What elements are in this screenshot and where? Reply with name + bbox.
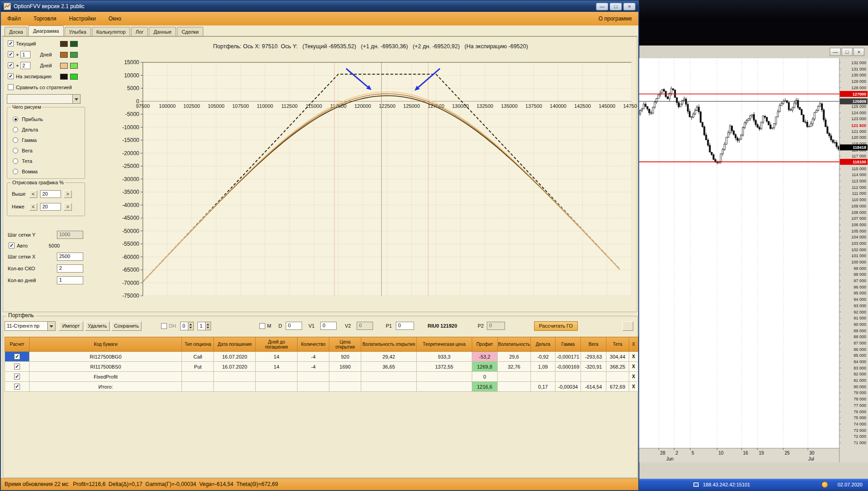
sko-input[interactable]: 2 (57, 264, 83, 273)
dh-spinner-2[interactable]: 1 (197, 322, 211, 330)
row-delete-button[interactable]: X (629, 362, 638, 372)
menu-item-file[interactable]: Файл (7, 15, 21, 22)
row-calc-checkbox[interactable] (14, 384, 20, 390)
v2-input[interactable]: 0 (357, 322, 373, 330)
d-input[interactable]: 0 (286, 322, 302, 330)
tab-Улыбка[interactable]: Улыбка (65, 27, 91, 36)
series-color-2[interactable] (70, 74, 78, 80)
radio-Прибыль[interactable] (13, 116, 18, 122)
network-tray-icon[interactable] (693, 482, 699, 487)
row-calc-checkbox[interactable] (14, 374, 20, 380)
menu-item-window[interactable]: Окно (109, 15, 121, 22)
column-header[interactable]: Профит (472, 337, 497, 352)
series-color-1[interactable] (60, 63, 68, 69)
compare-strategy-checkbox[interactable] (8, 84, 14, 90)
row-delete-button[interactable]: X (629, 382, 638, 392)
increase-button[interactable]: > (64, 203, 72, 211)
row-calc-checkbox[interactable] (14, 354, 20, 359)
grid-y-auto-checkbox[interactable] (9, 243, 15, 248)
grid-y-input[interactable]: 1000 (57, 231, 83, 239)
radio-Тета[interactable] (13, 158, 18, 164)
column-header[interactable]: Количество (298, 337, 329, 352)
p1-input[interactable]: 0 (396, 322, 414, 330)
menu-item-trading[interactable]: Торговля (34, 15, 56, 22)
increase-button[interactable]: > (64, 190, 72, 198)
strategy-select-arrow[interactable] (72, 95, 80, 103)
series-color-2[interactable] (70, 52, 78, 58)
series-color-1[interactable] (60, 41, 68, 47)
menu-item-about[interactable]: О программе (599, 15, 632, 22)
column-header[interactable]: Волатильность (497, 337, 530, 352)
chart-maximize-button[interactable]: □ (842, 48, 853, 56)
price-scale[interactable] (839, 58, 868, 462)
series-color-2[interactable] (70, 63, 78, 69)
p2-input[interactable]: 0 (487, 322, 505, 330)
candlestick-chart[interactable]: 132 000131 000130 000129 000128 000127 0… (639, 58, 868, 462)
strategy-select[interactable] (7, 94, 81, 104)
series-days-input[interactable]: 2 (20, 62, 30, 69)
row-delete-button[interactable]: X (629, 372, 638, 382)
series-checkbox[interactable] (8, 62, 14, 68)
days-count-input[interactable]: 1 (57, 276, 83, 284)
column-header[interactable]: Теоретическая цена (416, 337, 472, 352)
tray-date[interactable]: 02.07.2020 (838, 482, 863, 487)
radio-Вомма[interactable] (13, 169, 18, 174)
clock-tray-icon[interactable] (822, 481, 828, 488)
series-checkbox[interactable] (8, 40, 14, 46)
m-checkbox[interactable] (259, 323, 265, 329)
minimize-button[interactable]: — (596, 3, 608, 10)
column-header[interactable]: Код бумаги (29, 337, 182, 352)
column-header[interactable]: Дней до погашения (256, 337, 298, 352)
tab-Калькулятор[interactable]: Калькулятор (92, 27, 130, 36)
panel-mini-button[interactable] (622, 321, 633, 331)
tab-Доска[interactable]: Доска (5, 27, 27, 36)
column-header[interactable]: Тип опциона (182, 337, 214, 352)
series-checkbox[interactable] (8, 51, 14, 57)
maximize-button[interactable]: □ (610, 3, 622, 10)
delete-button[interactable]: Удалить (85, 321, 110, 331)
column-header[interactable]: Дельта (531, 337, 555, 352)
row-delete-button[interactable]: X (629, 352, 638, 362)
column-header[interactable]: Волатильность открытия (361, 337, 417, 352)
dh-spinner-1[interactable]: 0 (180, 322, 194, 330)
calc-margin-button[interactable]: Рассчитать ГО (534, 321, 578, 331)
decrease-button[interactable]: < (29, 203, 37, 211)
tab-Сделки[interactable]: Сделки (177, 27, 203, 36)
series-color-2[interactable] (70, 41, 78, 47)
radio-Гамма[interactable] (13, 137, 18, 143)
close-button[interactable]: × (623, 3, 636, 10)
column-header[interactable]: Тета (606, 337, 629, 352)
series-days-input[interactable]: 1 (20, 51, 30, 58)
render-percent-value[interactable]: 20 (40, 190, 61, 198)
import-button[interactable]: Импорт (59, 321, 83, 331)
payoff-chart[interactable]: -75000-70000-65000-60000-55000-50000-450… (110, 51, 637, 306)
column-header[interactable]: Дата погашения (214, 337, 256, 352)
column-header[interactable]: Вега (580, 337, 606, 352)
column-header[interactable]: Гамма (555, 337, 581, 352)
row-calc-checkbox[interactable] (14, 364, 20, 370)
title-bar[interactable]: OptionFVV версия 2.1 public — □ × (1, 1, 638, 12)
chart-minimize-button[interactable]: — (830, 48, 841, 56)
render-percent-value[interactable]: 20 (40, 203, 61, 211)
column-header[interactable]: X (629, 337, 638, 352)
tab-Данные[interactable]: Данные (149, 27, 176, 36)
radio-Дельта[interactable] (13, 127, 18, 132)
save-button[interactable]: Сохранить (111, 321, 141, 331)
chart-close-button[interactable]: × (853, 48, 864, 56)
portfolio-select[interactable]: 11-Стренгл пр (5, 321, 56, 331)
dh-checkbox[interactable] (161, 323, 167, 329)
portfolio-select-arrow[interactable] (47, 322, 55, 330)
radio-Вега[interactable] (13, 148, 18, 153)
series-color-1[interactable] (60, 74, 68, 80)
series-checkbox[interactable] (8, 73, 14, 79)
date-axis[interactable] (639, 448, 839, 462)
tab-Лог[interactable]: Лог (131, 27, 148, 36)
tab-Диаграмма[interactable]: Диаграмма (28, 25, 63, 36)
grid-x-input[interactable]: 2500 (57, 253, 83, 261)
v1-input[interactable]: 0 (320, 322, 337, 330)
series-color-1[interactable] (60, 52, 68, 58)
decrease-button[interactable]: < (29, 190, 37, 198)
column-header[interactable]: Цена открытия (329, 337, 361, 352)
taskbar[interactable]: 188.43.242.42:15101 02.07.2020 (639, 479, 868, 491)
column-header[interactable]: Расчет (5, 337, 30, 352)
